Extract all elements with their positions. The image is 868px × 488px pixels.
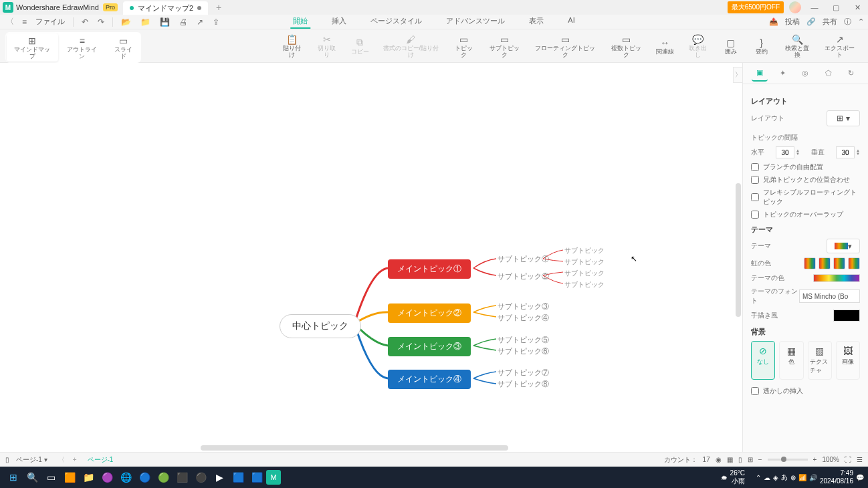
rainbow-opt-1[interactable] [804, 257, 816, 269]
paste-button[interactable]: 📋貼り付け [275, 32, 308, 60]
hand-drawn-select[interactable] [833, 310, 860, 322]
save-icon[interactable]: 💾 [157, 17, 173, 27]
spin-down-icon[interactable]: ▼ [856, 152, 860, 156]
view-icon-3[interactable]: ▯ [738, 456, 742, 463]
sub-sub-topic[interactable]: サブトピック [564, 257, 605, 267]
tray-clock[interactable]: 7:492024/08/16 [820, 469, 853, 485]
export-button[interactable]: ↗エクスポート [817, 32, 863, 60]
summary-button[interactable]: }要約 [747, 32, 776, 60]
find-replace-button[interactable]: 🔍検索と置換 [778, 32, 817, 60]
boundary-button[interactable]: ▢囲み [716, 32, 746, 60]
theme-font-select[interactable]: MS Mincho (Bo [799, 289, 860, 303]
page-add[interactable]: + [69, 456, 81, 463]
rainbow-opt-2[interactable] [819, 257, 831, 269]
main-topic-4[interactable]: メイントピック④ [388, 370, 471, 389]
task-app-1[interactable]: 🟧 [60, 468, 79, 487]
fit-icon[interactable]: ⊞ [748, 456, 753, 463]
bg-texture-button[interactable]: ▨テクスチャ [808, 341, 832, 380]
undo-icon[interactable]: ↶ [79, 17, 91, 27]
theme-color-picker[interactable] [813, 274, 860, 282]
panel-tab-layout[interactable]: ▣ [752, 66, 768, 82]
page-tab-1[interactable]: ページ-1 [81, 454, 120, 466]
rainbow-opt-3[interactable] [833, 257, 845, 269]
fullscreen-icon[interactable]: ⛶ [845, 456, 851, 463]
minimize-button[interactable]: — [806, 1, 823, 14]
tab-pagestyle[interactable]: ページスタイル [368, 15, 425, 29]
floating-topic-button[interactable]: ▭フローティングトピック [528, 32, 602, 60]
zoom-value[interactable]: 100% [822, 456, 839, 463]
zoom-out-button[interactable]: − [758, 456, 762, 463]
task-app-3[interactable]: 🟣 [98, 468, 116, 487]
multi-topic-button[interactable]: ▭複数トピック [604, 32, 649, 60]
settings-icon[interactable]: ☰ [857, 456, 863, 463]
task-app-5[interactable]: 🔵 [135, 468, 154, 487]
share-file-icon[interactable]: ⇪ [210, 17, 222, 27]
task-app-4[interactable]: 🌐 [116, 468, 135, 487]
zoom-thumb[interactable] [781, 457, 786, 462]
close-button[interactable]: ✕ [849, 1, 865, 14]
relationship-button[interactable]: ↔関連線 [650, 32, 679, 60]
weather-widget[interactable]: 🌧 26°C小雨 [721, 469, 745, 485]
sub-topic[interactable]: サブトピック③ [498, 301, 549, 312]
tray-volume-icon[interactable]: 🔊 [809, 474, 817, 481]
user-avatar[interactable] [789, 1, 801, 13]
sub-topic[interactable]: サブトピック① [498, 254, 549, 264]
vertical-scrollbar[interactable] [736, 183, 741, 317]
view-mindmap-button[interactable]: ⊞マインドマップ [7, 33, 58, 62]
tab-start[interactable]: 開始 [290, 15, 310, 29]
tray-chevron-icon[interactable]: ⌃ [756, 474, 761, 481]
tab-ai[interactable]: AI [565, 15, 577, 29]
view-outline-button[interactable]: ≡アウトライン [60, 33, 105, 62]
main-topic-1[interactable]: メイントピック① [388, 259, 471, 279]
view-icon-1[interactable]: ◉ [716, 456, 722, 463]
center-topic[interactable]: 中心トピック [280, 314, 361, 338]
tray-wifi-icon[interactable]: 📶 [798, 474, 806, 481]
maximize-button[interactable]: ▢ [828, 1, 844, 14]
promo-badge[interactable]: 最大6500円OFF [728, 1, 784, 13]
sub-topic[interactable]: サブトピック⑧ [498, 379, 549, 389]
sub-topic[interactable]: サブトピック④ [498, 313, 549, 323]
sub-topic[interactable]: サブトピック⑦ [498, 368, 549, 378]
view-slide-button[interactable]: ▭スライド [106, 33, 140, 62]
task-app-7[interactable]: ⬛ [173, 468, 191, 487]
tray-nvidia-icon[interactable]: ◈ [773, 474, 778, 481]
bg-none-button[interactable]: ⊘なし [751, 341, 775, 380]
menu-icon[interactable]: ≡ [20, 17, 29, 27]
help-icon[interactable]: ⓘ [844, 17, 851, 27]
panel-tab-style[interactable]: ✦ [774, 66, 790, 82]
chk-sibling-align[interactable] [751, 176, 759, 184]
export-icon[interactable]: ↗ [194, 17, 206, 27]
chk-branch-free[interactable] [751, 163, 759, 171]
vert-input[interactable] [836, 146, 855, 158]
subtopic-button[interactable]: ▭サブトピック [482, 32, 528, 60]
chk-flex-floating[interactable] [751, 193, 759, 201]
upload-icon[interactable]: 📤 [769, 17, 778, 26]
open-icon[interactable]: 📂 [118, 17, 134, 27]
document-tab[interactable]: マインドマップ2 [123, 1, 208, 15]
view-icon-2[interactable]: ▦ [727, 456, 733, 463]
bg-color-button[interactable]: ▦色 [779, 341, 803, 380]
redo-icon[interactable]: ↷ [95, 17, 107, 27]
open-folder-icon[interactable]: 📁 [138, 17, 153, 27]
task-app-2[interactable]: 📁 [79, 468, 98, 487]
panel-tab-shape[interactable]: ⬠ [821, 66, 837, 82]
sub-sub-topic[interactable]: サブトピック [564, 269, 605, 278]
spin-down-icon[interactable]: ▼ [796, 152, 800, 156]
task-app-9[interactable]: ▶ [210, 468, 229, 487]
search-taskbar-icon[interactable]: 🔍 [23, 468, 41, 487]
share-link-icon[interactable]: 🔗 [806, 17, 816, 26]
chk-watermark[interactable] [751, 387, 759, 395]
file-menu[interactable]: ファイル [33, 17, 68, 27]
horizontal-scrollbar[interactable] [201, 445, 508, 451]
nav-back-icon[interactable]: 〈 [4, 16, 16, 27]
page-dropdown[interactable]: ページ-1 ▾ [9, 454, 54, 466]
share-button[interactable]: 共有 [823, 17, 837, 27]
theme-select[interactable]: ▾ [827, 239, 860, 253]
page-prev[interactable]: 〈 [54, 455, 69, 465]
main-topic-2[interactable]: メイントピック② [388, 303, 471, 323]
post-button[interactable]: 投稿 [785, 17, 800, 27]
task-app-edrawmind[interactable]: M [266, 470, 281, 485]
panel-tab-location[interactable]: ◎ [797, 66, 813, 82]
tray-ime-1[interactable]: あ [781, 473, 788, 482]
rainbow-opt-4[interactable] [848, 257, 860, 269]
